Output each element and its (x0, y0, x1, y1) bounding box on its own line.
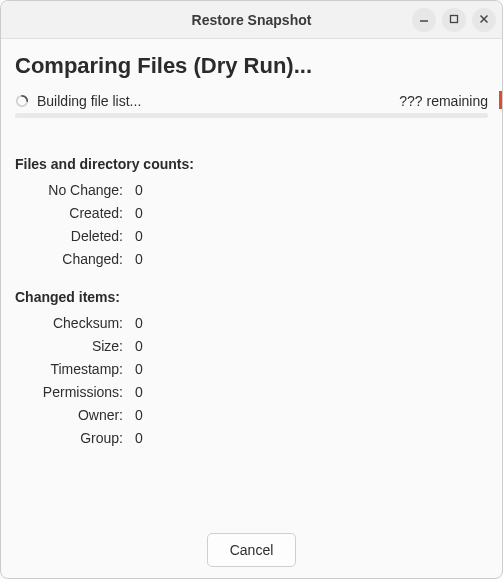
stat-value: 0 (135, 182, 488, 198)
svg-rect-1 (451, 16, 458, 23)
stat-label: Changed: (23, 251, 123, 267)
window-title: Restore Snapshot (192, 12, 312, 28)
stat-label: Checksum: (23, 315, 123, 331)
maximize-button[interactable] (442, 8, 466, 32)
stat-value: 0 (135, 338, 488, 354)
minimize-button[interactable] (412, 8, 436, 32)
stat-value: 0 (135, 251, 488, 267)
restore-snapshot-window: Restore Snapshot Comparing Files (Dry Ru… (0, 0, 503, 579)
page-title: Comparing Files (Dry Run)... (15, 53, 488, 79)
stat-value: 0 (135, 361, 488, 377)
close-icon (479, 12, 489, 27)
cancel-button[interactable]: Cancel (207, 533, 297, 567)
stat-label: Created: (23, 205, 123, 221)
stat-value: 0 (135, 430, 488, 446)
stat-label: Timestamp: (23, 361, 123, 377)
file-counts-grid: No Change: 0 Created: 0 Deleted: 0 Chang… (23, 182, 488, 267)
progress-bar (15, 113, 488, 118)
footer: Cancel (1, 522, 502, 578)
changed-items-title: Changed items: (15, 289, 488, 305)
stat-label: No Change: (23, 182, 123, 198)
changed-items-grid: Checksum: 0 Size: 0 Timestamp: 0 Permiss… (23, 315, 488, 446)
changed-items-section: Changed items: Checksum: 0 Size: 0 Times… (15, 289, 488, 446)
spinner-icon (15, 94, 29, 108)
remaining-text: ??? remaining (399, 93, 488, 109)
stat-value: 0 (135, 315, 488, 331)
stat-value: 0 (135, 205, 488, 221)
stat-label: Group: (23, 430, 123, 446)
accent-strip (499, 91, 502, 109)
close-button[interactable] (472, 8, 496, 32)
titlebar: Restore Snapshot (1, 1, 502, 39)
file-counts-section: Files and directory counts: No Change: 0… (15, 156, 488, 267)
stat-label: Size: (23, 338, 123, 354)
maximize-icon (449, 12, 459, 27)
minimize-icon (419, 12, 429, 27)
content-area: Comparing Files (Dry Run)... Building fi… (1, 39, 502, 522)
stat-value: 0 (135, 228, 488, 244)
status-left: Building file list... (15, 93, 141, 109)
stat-label: Owner: (23, 407, 123, 423)
file-counts-title: Files and directory counts: (15, 156, 488, 172)
status-row: Building file list... ??? remaining (15, 93, 488, 109)
stat-value: 0 (135, 384, 488, 400)
status-text: Building file list... (37, 93, 141, 109)
stat-value: 0 (135, 407, 488, 423)
stat-label: Permissions: (23, 384, 123, 400)
stat-label: Deleted: (23, 228, 123, 244)
window-controls (412, 8, 496, 32)
